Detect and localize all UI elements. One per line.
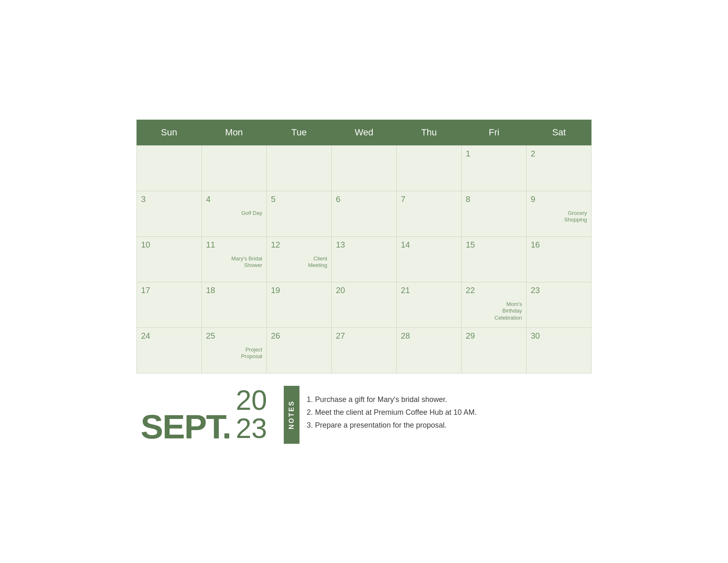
cal-cell-17: 17 xyxy=(137,282,202,328)
day-label-tue: Tue xyxy=(266,120,331,145)
cal-cell-20: 20 xyxy=(332,282,397,328)
cal-cell-empty-0-0 xyxy=(137,146,202,191)
cell-number: 15 xyxy=(466,240,522,250)
cell-number: 2 xyxy=(531,149,587,159)
cell-number: 22 xyxy=(466,286,522,295)
cal-cell-1: 1 xyxy=(462,146,527,191)
cal-cell-14: 14 xyxy=(397,237,462,282)
cal-cell-28: 28 xyxy=(397,328,462,373)
cell-number: 8 xyxy=(466,195,522,204)
cell-number: 18 xyxy=(206,286,262,295)
cal-cell-3: 3 xyxy=(137,191,202,237)
cal-cell-24: 24 xyxy=(137,328,202,373)
cal-cell-23: 23 xyxy=(527,282,592,328)
cell-number: 24 xyxy=(141,331,197,341)
cal-cell-22: 22Mom's Birthday Celebration xyxy=(462,282,527,328)
cal-cell-9: 9Grocery Shopping xyxy=(527,191,592,237)
day-label-thu: Thu xyxy=(397,120,462,145)
cell-number: 1 xyxy=(466,149,522,159)
footer-month: SEPT. 20 23 xyxy=(141,386,267,444)
cell-number: 6 xyxy=(336,195,392,204)
cal-cell-empty-0-3 xyxy=(332,146,397,191)
cal-cell-18: 18 xyxy=(202,282,267,328)
cell-number: 9 xyxy=(531,195,587,204)
cal-cell-empty-0-4 xyxy=(397,146,462,191)
cell-number: 26 xyxy=(271,331,327,341)
cal-cell-11: 11Mary's Bridal Shower xyxy=(202,237,267,282)
cal-cell-19: 19 xyxy=(267,282,332,328)
cell-number: 17 xyxy=(141,286,197,295)
cell-number: 23 xyxy=(531,286,587,295)
cell-number: 4 xyxy=(206,195,262,204)
cal-cell-2: 2 xyxy=(527,146,592,191)
cal-cell-empty-0-1 xyxy=(202,146,267,191)
year-top: 20 xyxy=(236,386,267,414)
day-label-sat: Sat xyxy=(527,120,592,145)
notes-badge: NOTES xyxy=(284,386,299,444)
cell-number: 7 xyxy=(401,195,457,204)
cal-cell-27: 27 xyxy=(332,328,397,373)
cal-cell-13: 13 xyxy=(332,237,397,282)
year-label: 20 23 xyxy=(236,386,267,442)
calendar-grid: 1234Golf Day56789Grocery Shopping1011Mar… xyxy=(136,145,592,373)
day-label-fri: Fri xyxy=(462,120,527,145)
cell-number: 12 xyxy=(271,240,327,250)
notes-list: 1. Purchase a gift for Mary's bridal sho… xyxy=(307,395,477,434)
year-bottom: 23 xyxy=(236,414,267,442)
cell-number: 11 xyxy=(206,240,262,250)
footer: SEPT. 20 23 NOTES 1. Purchase a gift for… xyxy=(136,386,592,444)
cal-cell-29: 29 xyxy=(462,328,527,373)
cal-cell-empty-0-2 xyxy=(267,146,332,191)
cal-cell-30: 30 xyxy=(527,328,592,373)
cal-cell-5: 5 xyxy=(267,191,332,237)
cell-number: 3 xyxy=(141,195,197,204)
cell-number: 14 xyxy=(401,240,457,250)
cell-event: Project Proposal xyxy=(206,346,262,361)
cal-cell-4: 4Golf Day xyxy=(202,191,267,237)
cell-number: 13 xyxy=(336,240,392,250)
cell-number: 21 xyxy=(401,286,457,295)
cal-cell-10: 10 xyxy=(137,237,202,282)
cal-cell-12: 12Client Meeting xyxy=(267,237,332,282)
cell-number: 19 xyxy=(271,286,327,295)
cal-cell-21: 21 xyxy=(397,282,462,328)
cell-number: 29 xyxy=(466,331,522,341)
page-wrapper: SunMonTueWedThuFriSat 1234Golf Day56789G… xyxy=(136,120,592,444)
cal-cell-15: 15 xyxy=(462,237,527,282)
calendar-header: SunMonTueWedThuFriSat xyxy=(136,120,592,145)
cell-event: Mary's Bridal Shower xyxy=(206,255,262,269)
cell-number: 30 xyxy=(531,331,587,341)
cell-number: 20 xyxy=(336,286,392,295)
note-item-3: 3. Prepare a presentation for the propos… xyxy=(307,421,477,430)
cell-event: Grocery Shopping xyxy=(531,210,587,224)
cell-number: 5 xyxy=(271,195,327,204)
cal-cell-26: 26 xyxy=(267,328,332,373)
cal-cell-8: 8 xyxy=(462,191,527,237)
note-item-2: 2. Meet the client at Premium Coffee Hub… xyxy=(307,408,477,417)
day-label-wed: Wed xyxy=(331,120,396,145)
cell-number: 10 xyxy=(141,240,197,250)
day-label-sun: Sun xyxy=(136,120,201,145)
day-label-mon: Mon xyxy=(201,120,266,145)
note-item-1: 1. Purchase a gift for Mary's bridal sho… xyxy=(307,395,477,404)
cal-cell-16: 16 xyxy=(527,237,592,282)
cell-event: Mom's Birthday Celebration xyxy=(466,301,522,322)
cell-number: 28 xyxy=(401,331,457,341)
cell-number: 16 xyxy=(531,240,587,250)
cal-cell-7: 7 xyxy=(397,191,462,237)
cell-number: 27 xyxy=(336,331,392,341)
cal-cell-6: 6 xyxy=(332,191,397,237)
cal-cell-25: 25Project Proposal xyxy=(202,328,267,373)
cell-number: 25 xyxy=(206,331,262,341)
cell-event: Client Meeting xyxy=(271,255,327,269)
cell-event: Golf Day xyxy=(206,210,262,217)
month-label: SEPT. xyxy=(141,410,231,444)
